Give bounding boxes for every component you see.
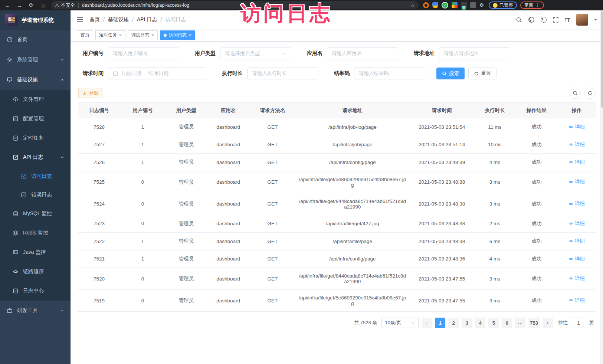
goto-page-input[interactable]: 1 [571, 318, 586, 328]
sidebar-item-java[interactable]: Java 监控 [0, 243, 71, 262]
eye-icon [568, 160, 573, 165]
paused-pill[interactable]: 已暂停 [489, 1, 517, 9]
search-icon[interactable] [516, 17, 522, 23]
sidebar-item-redis[interactable]: Redis 监控 [0, 223, 71, 243]
page-number-button[interactable]: 2 [448, 318, 459, 328]
toggle-search-button[interactable] [570, 88, 581, 99]
bookmark-star-icon[interactable]: ☆ [410, 3, 415, 8]
tab-home[interactable]: 首页 [77, 30, 93, 40]
close-icon[interactable]: × [189, 33, 191, 38]
close-icon[interactable]: × [151, 33, 154, 38]
browser-back-icon[interactable]: ← [4, 2, 11, 9]
extension-icon-translate[interactable]: 翻 [461, 2, 467, 8]
page-number-button[interactable]: 4 [475, 318, 485, 328]
detail-link[interactable]: 详细 [568, 297, 585, 304]
breadcrumb-api-log[interactable]: API 日志 [137, 16, 157, 23]
hamburger-icon[interactable] [77, 17, 83, 23]
user-avatar[interactable] [576, 14, 588, 26]
detail-link[interactable]: 详细 [568, 124, 585, 130]
browser-home-icon[interactable]: ⌂ [39, 2, 47, 9]
export-button[interactable]: 导出 [78, 88, 102, 98]
detail-link[interactable]: 详细 [568, 178, 585, 185]
filter-user-id: 用户编号 请输入用户编号 [78, 47, 179, 59]
table-cell: 4 ms [474, 154, 515, 171]
user-type-select[interactable]: 请选择用户类型 [220, 47, 291, 59]
reset-button[interactable]: 重置 [468, 68, 497, 79]
table-cell: 7526 [78, 154, 120, 171]
browser-scrollbar[interactable] [600, 10, 603, 364]
sidebar-item-job[interactable]: 定时任务 [0, 128, 71, 148]
eye-icon [13, 269, 19, 275]
detail-link[interactable]: 详细 [568, 238, 585, 245]
security-warning[interactable]: ⚠不安全 [55, 2, 75, 9]
table-cell: dashboard [207, 171, 249, 193]
sidebar-item-dev-tools[interactable]: 研发工具 [0, 301, 71, 321]
page-size-select[interactable]: 10条/页 [381, 318, 419, 328]
page-number-button[interactable]: 1 [435, 318, 445, 328]
browser-reload-icon[interactable]: ⟳ [27, 2, 35, 9]
sidebar-item-api-log[interactable]: API 日志 [0, 148, 71, 167]
detail-link[interactable]: 详细 [568, 256, 585, 262]
url-bar[interactable]: ⚠不安全 | dashboard.yudao.iocoder.cn/infra/… [51, 1, 419, 9]
search-button[interactable]: 搜索 [436, 68, 465, 79]
user-id-input[interactable]: 请输入用户编号 [108, 47, 179, 59]
sidebar-item-mysql[interactable]: MySQL 监控 [0, 204, 71, 223]
tab-job[interactable]: 定时任务× [95, 30, 125, 40]
detail-link[interactable]: 详细 [568, 159, 585, 165]
page-number-button[interactable]: 3 [462, 318, 472, 328]
sidebar-item-config[interactable]: 配置管理 [0, 109, 71, 128]
detail-link[interactable]: 详细 [568, 141, 585, 148]
sidebar-item-trace[interactable]: 链路追踪 [0, 262, 71, 281]
avatar-caret-icon[interactable] [594, 19, 597, 22]
prev-page-button[interactable]: ‹ [422, 318, 432, 328]
page-number-button[interactable]: 6 [502, 318, 512, 328]
sidebar-item-infra[interactable]: 基础设施 [0, 70, 71, 90]
table-cell: 2021-05-03 23:51:54 [409, 118, 475, 136]
filter-app-name: 应用名 请输入应用名 [302, 47, 398, 59]
request-url-input[interactable]: 请输入请求地址 [439, 47, 510, 59]
detail-link[interactable]: 详细 [568, 275, 585, 282]
breadcrumb-infra[interactable]: 基础设施 [108, 16, 129, 23]
sidebar-item-system[interactable]: 系统管理 [0, 50, 71, 70]
update-pill[interactable]: 更新⋮ [520, 1, 544, 9]
font-size-icon[interactable]: TT [565, 17, 570, 23]
sidebar-item-file[interactable]: 文件管理 [0, 90, 71, 109]
sidebar-item-log-center[interactable]: 日志中心 [0, 281, 71, 301]
table-cell: 0 [120, 171, 165, 193]
github-icon[interactable] [528, 16, 535, 23]
app-name-input[interactable]: 请输入应用名 [327, 47, 398, 59]
extension-icon-shield[interactable] [432, 2, 438, 8]
help-icon[interactable]: ? [541, 17, 547, 23]
tab-job-log[interactable]: 调度日志× [128, 30, 158, 40]
extension-icon-grid[interactable] [452, 2, 458, 8]
extension-icon-gray[interactable] [470, 2, 476, 8]
sidebar-item-error-log[interactable]: 错误日志 [0, 186, 71, 204]
sidebar: 🍱 芋道管理系统 首页 系统管理 基础设施 文件管理 [0, 10, 71, 364]
detail-link[interactable]: 详细 [568, 220, 585, 227]
breadcrumb-home[interactable]: 首页 [89, 16, 100, 23]
result-code-input[interactable]: 请输入结果码 [354, 68, 425, 79]
extensions-puzzle-icon[interactable]: ⚙ [479, 2, 485, 8]
refresh-table-button[interactable] [584, 88, 596, 99]
extension-icon-orange[interactable] [423, 2, 429, 8]
page-number-button[interactable]: 5 [488, 318, 499, 328]
duration-input[interactable]: 请输入执行时长 [247, 68, 318, 79]
tab-access-log[interactable]: 访问日志× [160, 30, 195, 40]
url-text: dashboard.yudao.iocoder.cn/infra/log/api… [82, 3, 189, 8]
close-icon[interactable]: × [119, 33, 122, 38]
detail-link[interactable]: 详细 [568, 200, 585, 207]
browser-forward-icon[interactable]: → [16, 2, 23, 9]
table-cell: 管理员 [166, 118, 207, 136]
scrollbar-thumb[interactable] [601, 11, 603, 108]
page-ellipsis[interactable]: ··· [515, 318, 525, 328]
sidebar-item-home[interactable]: 首页 [0, 30, 71, 50]
main-panel: 用户编号 请输入用户编号 用户类型 请选择用户类型 应用名 请输入应用名 [71, 42, 603, 364]
extension-icon-green-check[interactable]: ✓ [442, 2, 448, 9]
fullscreen-icon[interactable] [553, 17, 559, 23]
date-range-picker[interactable]: 开始日期 - 结束日期 [108, 68, 206, 79]
table-cell: 管理员 [166, 233, 207, 250]
next-page-button[interactable]: › [543, 318, 553, 328]
page-number-button[interactable]: 753 [528, 318, 540, 328]
page-numbers: 123456···753 [435, 318, 540, 328]
sidebar-item-access-log[interactable]: 访问日志 [0, 167, 71, 186]
